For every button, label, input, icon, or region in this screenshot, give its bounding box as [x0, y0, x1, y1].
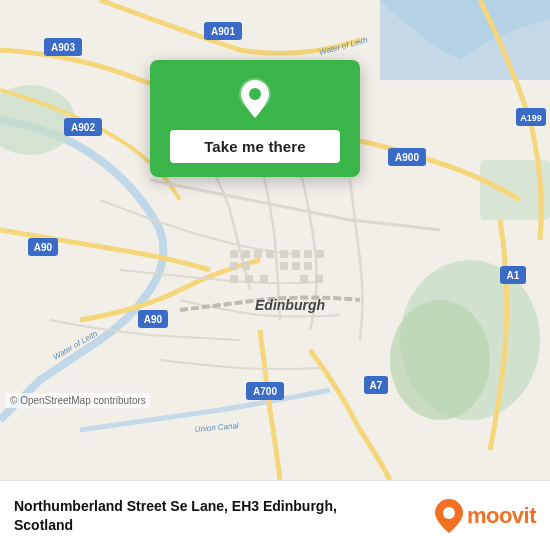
svg-rect-47: [315, 275, 323, 283]
svg-rect-45: [260, 275, 268, 283]
svg-rect-37: [292, 250, 300, 258]
svg-text:A90: A90: [144, 314, 163, 325]
map-container: A903 A901 A199 A900 A1 A90 A90 A902 A700…: [0, 0, 550, 480]
svg-rect-33: [266, 250, 274, 258]
svg-rect-43: [230, 275, 238, 283]
svg-text:A902: A902: [71, 122, 95, 133]
svg-text:A1: A1: [507, 270, 520, 281]
address-line2: Scotland: [14, 517, 73, 533]
svg-rect-30: [230, 250, 238, 258]
svg-point-49: [249, 88, 261, 100]
address-block: Northumberland Street Se Lane, EH3 Edinb…: [14, 497, 435, 533]
svg-rect-35: [242, 262, 250, 270]
location-card: Take me there: [150, 60, 360, 177]
svg-text:A900: A900: [395, 152, 419, 163]
svg-text:A90: A90: [34, 242, 53, 253]
moovit-logo: moovit: [435, 499, 536, 533]
svg-text:A199: A199: [520, 113, 542, 123]
svg-rect-38: [304, 250, 312, 258]
info-bar: Northumberland Street Se Lane, EH3 Edinb…: [0, 480, 550, 550]
map-pin-icon: [233, 76, 277, 120]
svg-rect-44: [245, 275, 253, 283]
svg-point-3: [390, 300, 490, 420]
svg-text:Edinburgh: Edinburgh: [255, 297, 325, 313]
svg-text:A901: A901: [211, 26, 235, 37]
take-me-there-button[interactable]: Take me there: [170, 130, 340, 163]
svg-text:A7: A7: [370, 380, 383, 391]
svg-rect-31: [242, 250, 250, 258]
address-line1: Northumberland Street Se Lane, EH3 Edinb…: [14, 498, 337, 514]
svg-rect-46: [300, 275, 308, 283]
svg-rect-34: [230, 262, 238, 270]
svg-rect-41: [292, 262, 300, 270]
address-text: Northumberland Street Se Lane, EH3 Edinb…: [14, 497, 435, 533]
svg-rect-39: [316, 250, 324, 258]
svg-point-50: [443, 507, 455, 519]
svg-rect-32: [254, 250, 262, 258]
svg-text:A700: A700: [253, 386, 277, 397]
moovit-logo-pin: [435, 499, 463, 533]
moovit-logo-text: moovit: [467, 503, 536, 529]
map-attribution: © OpenStreetMap contributors: [6, 393, 150, 408]
svg-rect-42: [304, 262, 312, 270]
svg-text:A903: A903: [51, 42, 75, 53]
svg-rect-36: [280, 250, 288, 258]
svg-rect-40: [280, 262, 288, 270]
